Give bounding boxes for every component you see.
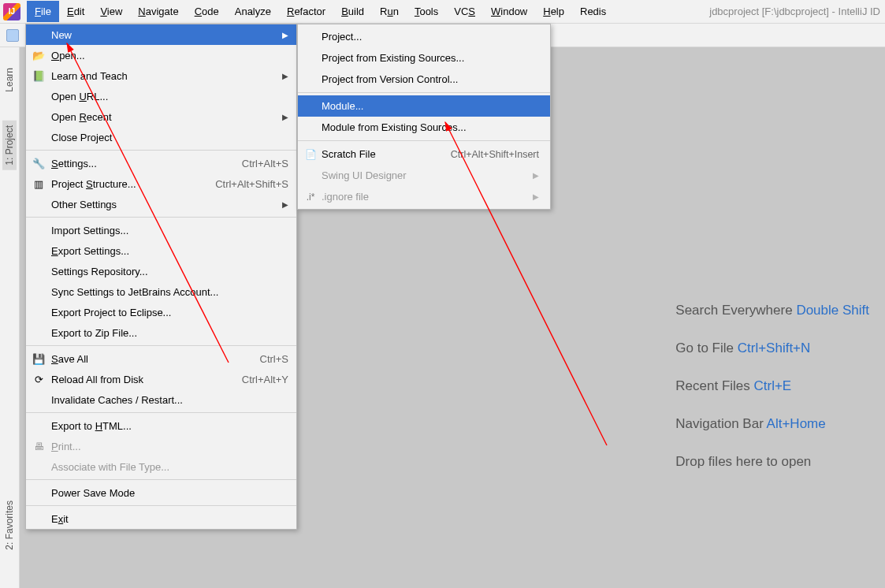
welcome-hint: Recent Files Ctrl+E xyxy=(675,367,869,405)
new-submenu-item[interactable]: Project from Version Control... xyxy=(298,69,550,90)
sidebar-tab-learn[interactable]: Learn xyxy=(2,63,17,97)
left-tool-strip: Learn 1: Project 2: Favorites xyxy=(0,47,20,588)
file-menu-item[interactable]: ⟳Reload All from DiskCtrl+Alt+Y xyxy=(26,369,296,389)
file-menu-item[interactable]: Exit xyxy=(26,508,296,529)
file-menu-item[interactable]: New▶ xyxy=(26,24,296,45)
welcome-hint: Search Everywhere Double Shift xyxy=(675,292,869,329)
submenu-arrow-icon: ▶ xyxy=(282,113,288,121)
menu-item-icon: ▥ xyxy=(32,177,45,190)
file-menu-item[interactable]: Export to HTML... xyxy=(26,415,296,436)
new-submenu-item[interactable]: Module... xyxy=(298,95,550,117)
file-menu-item[interactable]: Invalidate Caches / Restart... xyxy=(26,389,296,410)
new-submenu-item[interactable]: Project... xyxy=(298,26,550,47)
window-title: jdbcproject [F:\jdbcproject] - IntelliJ … xyxy=(709,6,885,17)
submenu-arrow-icon: ▶ xyxy=(282,72,288,80)
new-submenu-item[interactable]: Project from Existing Sources... xyxy=(298,47,550,69)
submenu-arrow-icon: ▶ xyxy=(533,192,539,201)
file-menu-item[interactable]: 📗Learn and Teach▶ xyxy=(26,65,296,86)
menu-edit[interactable]: Edit xyxy=(59,1,92,22)
submenu-arrow-icon: ▶ xyxy=(533,171,539,180)
welcome-hint: Navigation Bar Alt+Home xyxy=(675,405,869,443)
new-submenu: Project...Project from Existing Sources.… xyxy=(297,24,551,210)
menu-build[interactable]: Build xyxy=(333,1,372,22)
menu-item-icon: 📂 xyxy=(32,49,45,61)
file-menu-item[interactable]: Settings Repository... xyxy=(26,261,296,281)
file-menu-dropdown: New▶📂Open...📗Learn and Teach▶Open URL...… xyxy=(25,24,297,530)
file-menu-item[interactable]: Export to Zip File... xyxy=(26,322,296,343)
file-menu-item: Associate with File Type... xyxy=(26,456,296,477)
welcome-hints: Search Everywhere Double ShiftGo to File… xyxy=(675,292,869,481)
file-menu-item[interactable]: Import Settings... xyxy=(26,220,296,240)
file-menu-item[interactable]: Other Settings▶ xyxy=(26,194,296,214)
menu-item-icon: 🖶 xyxy=(32,440,45,452)
new-submenu-item: Swing UI Designer▶ xyxy=(298,165,550,186)
sidebar-tab-project[interactable]: 1: Project xyxy=(2,121,17,170)
menu-run[interactable]: Run xyxy=(372,1,407,22)
submenu-item-icon: 📄 xyxy=(304,148,317,161)
menu-item-icon: 💾 xyxy=(32,352,45,365)
new-submenu-item: .i*.ignore file▶ xyxy=(298,186,550,207)
menu-view[interactable]: View xyxy=(92,1,130,22)
sidebar-tab-favorites[interactable]: 2: Favorites xyxy=(2,496,17,555)
file-menu-item[interactable]: Open URL... xyxy=(26,86,296,106)
menubar: IJ FileEditViewNavigateCodeAnalyzeRefact… xyxy=(0,0,885,24)
menu-item-icon: 🔧 xyxy=(32,157,45,169)
file-menu-item[interactable]: Export Project to Eclipse... xyxy=(26,302,296,322)
menu-window[interactable]: Window xyxy=(483,1,535,22)
new-submenu-item[interactable]: 📄Scratch FileCtrl+Alt+Shift+Insert xyxy=(298,143,550,165)
new-submenu-item[interactable]: Module from Existing Sources... xyxy=(298,117,550,138)
menu-file[interactable]: File xyxy=(27,1,59,22)
app-icon: IJ xyxy=(3,3,20,20)
menu-redis[interactable]: Redis xyxy=(572,1,614,22)
file-menu-item[interactable]: Power Save Mode xyxy=(26,482,296,503)
menu-tools[interactable]: Tools xyxy=(407,1,446,22)
menu-navigate[interactable]: Navigate xyxy=(130,1,186,22)
file-menu-item[interactable]: Close Project xyxy=(26,127,296,147)
submenu-arrow-icon: ▶ xyxy=(282,200,288,209)
toolbar-icon[interactable] xyxy=(6,29,19,42)
file-menu-item[interactable]: Open Recent▶ xyxy=(26,106,296,127)
file-menu-item[interactable]: Export Settings... xyxy=(26,240,296,261)
welcome-hint: Drop files here to open xyxy=(675,443,869,481)
file-menu-item[interactable]: 💾Save AllCtrl+S xyxy=(26,348,296,369)
menu-analyze[interactable]: Analyze xyxy=(227,1,279,22)
file-menu-item[interactable]: 🔧Settings...Ctrl+Alt+S xyxy=(26,153,296,173)
menu-refactor[interactable]: Refactor xyxy=(279,1,333,22)
menu-code[interactable]: Code xyxy=(187,1,227,22)
menu-item-icon: 📗 xyxy=(32,69,45,82)
file-menu-item[interactable]: Sync Settings to JetBrains Account... xyxy=(26,281,296,302)
file-menu-item[interactable]: 📂Open... xyxy=(26,45,296,65)
menu-item-icon: ⟳ xyxy=(32,373,45,385)
file-menu-item[interactable]: ▥Project Structure...Ctrl+Alt+Shift+S xyxy=(26,173,296,194)
submenu-arrow-icon: ▶ xyxy=(282,31,288,39)
menu-vcs[interactable]: VCS xyxy=(446,1,483,22)
welcome-hint: Go to File Ctrl+Shift+N xyxy=(675,329,869,367)
submenu-item-icon: .i* xyxy=(304,191,317,203)
menu-help[interactable]: Help xyxy=(535,1,572,22)
file-menu-item: 🖶Print... xyxy=(26,436,296,456)
